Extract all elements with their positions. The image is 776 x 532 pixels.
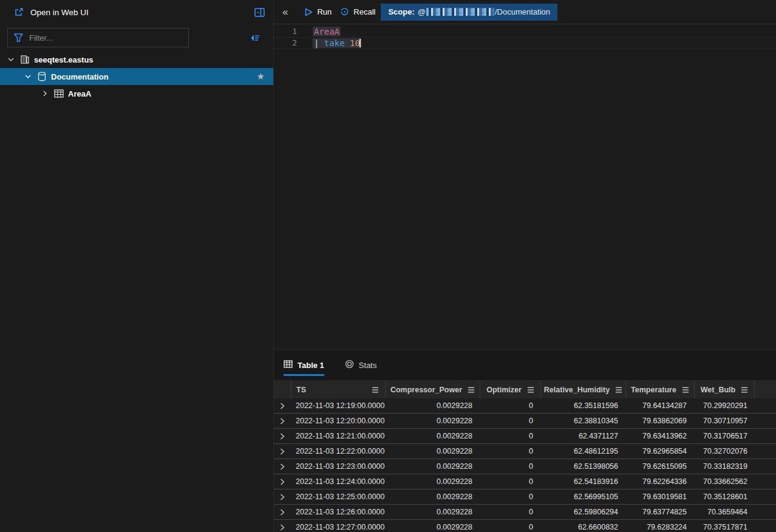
run-label: Run bbox=[317, 7, 332, 16]
query-toolbar: « Run Recall Scope: @/Documentation bbox=[274, 0, 776, 24]
run-button[interactable]: Run bbox=[305, 7, 332, 16]
code-token-tablename: AreaA bbox=[313, 27, 341, 36]
cell-compressor_power: 0.0029228 bbox=[385, 474, 480, 489]
row-expander-icon[interactable] bbox=[274, 444, 291, 459]
cell-ts: 2022-11-03 12:19:00.0000 bbox=[291, 398, 385, 413]
results-table: TSCompressor_PowerOptimizerRelative_Humi… bbox=[274, 381, 776, 532]
cell-temperature: 79.62965854 bbox=[625, 444, 694, 459]
split-editor-icon[interactable] bbox=[254, 8, 265, 17]
sidebar-header: Open in Web UI bbox=[0, 0, 273, 24]
table-row[interactable]: 2022-11-03 12:26:00.00000.0029228062.598… bbox=[274, 505, 776, 520]
chevron-right-icon[interactable] bbox=[40, 89, 50, 98]
row-expander-icon[interactable] bbox=[274, 398, 291, 413]
table-row[interactable]: 2022-11-03 12:21:00.00000.0029228062.437… bbox=[274, 429, 776, 444]
cell-compressor_power: 0.0029228 bbox=[385, 398, 480, 413]
table-row[interactable]: 2022-11-03 12:24:00.00000.0029228062.541… bbox=[274, 474, 776, 489]
collapse-panel-button[interactable]: « bbox=[282, 6, 288, 18]
cell-temperature: 79.62264336 bbox=[625, 474, 694, 489]
cell-filler bbox=[755, 459, 776, 474]
database-label: Documentation bbox=[51, 72, 109, 81]
cell-temperature: 79.6283224 bbox=[625, 520, 694, 532]
row-expander-icon[interactable] bbox=[274, 520, 291, 532]
cell-temperature: 79.63862069 bbox=[625, 414, 694, 428]
table-row[interactable]: 2022-11-03 12:23:00.00000.0029228062.513… bbox=[274, 459, 776, 474]
text-cursor bbox=[359, 39, 361, 47]
code-editor[interactable]: 1 AreaA 2 | take 10 bbox=[274, 24, 776, 349]
cell-temperature: 79.62615095 bbox=[625, 459, 694, 474]
scope-redacted-cluster bbox=[426, 8, 494, 16]
filter-list-icon[interactable] bbox=[250, 33, 260, 43]
line-number: 2 bbox=[274, 38, 301, 49]
cell-wet_bulb: 70.29920291 bbox=[694, 398, 755, 413]
table-header-row: TSCompressor_PowerOptimizerRelative_Humi… bbox=[274, 381, 776, 398]
row-expander-icon[interactable] bbox=[274, 474, 291, 489]
cell-wet_bulb: 70.35128601 bbox=[694, 489, 755, 504]
column-label: Temperature bbox=[631, 386, 676, 394]
cell-wet_bulb: 70.33182319 bbox=[694, 459, 755, 474]
column-menu-icon[interactable] bbox=[682, 387, 689, 393]
scope-badge[interactable]: Scope: @/Documentation bbox=[381, 4, 557, 21]
tab-table-1[interactable]: Table 1 bbox=[284, 350, 324, 380]
table-row[interactable]: 2022-11-03 12:20:00.00000.0029228062.388… bbox=[274, 414, 776, 429]
cell-relative_humidity: 62.54183916 bbox=[540, 474, 625, 489]
database-icon bbox=[36, 71, 47, 82]
tree-item-cluster[interactable]: seeqtest.eastus bbox=[0, 51, 273, 68]
chevron-down-icon[interactable] bbox=[6, 55, 16, 64]
cell-relative_humidity: 62.59806294 bbox=[540, 505, 625, 519]
code-token-number: 10 bbox=[350, 38, 360, 48]
sidebar: Open in Web UI Filter... bbox=[0, 0, 274, 532]
column-label: Wet_Bulb bbox=[701, 386, 735, 394]
open-in-web-ui-button[interactable]: Open in Web UI bbox=[15, 7, 89, 17]
code-token-keyword: take bbox=[324, 38, 350, 48]
chevron-down-icon[interactable] bbox=[23, 72, 33, 81]
cell-temperature: 79.64134287 bbox=[625, 398, 694, 413]
cell-filler bbox=[755, 505, 776, 519]
star-icon[interactable]: ★ bbox=[257, 71, 265, 82]
tree-item-table[interactable]: AreaA bbox=[0, 85, 273, 102]
cell-relative_humidity: 62.6600832 bbox=[540, 520, 625, 532]
table-row[interactable]: 2022-11-03 12:25:00.00000.0029228062.569… bbox=[274, 489, 776, 505]
cell-filler bbox=[755, 398, 776, 413]
column-menu-icon[interactable] bbox=[468, 387, 475, 393]
recall-button[interactable]: Recall bbox=[340, 7, 375, 16]
table-row[interactable]: 2022-11-03 12:22:00.00000.0029228062.486… bbox=[274, 444, 776, 459]
tab-stats[interactable]: Stats bbox=[345, 350, 377, 380]
cell-optimizer: 0 bbox=[480, 489, 540, 504]
filter-placeholder: Filter... bbox=[29, 33, 53, 43]
cell-wet_bulb: 70.30710957 bbox=[694, 414, 755, 428]
tree-item-database[interactable]: Documentation ★ bbox=[0, 68, 273, 85]
row-expander-icon[interactable] bbox=[274, 414, 291, 428]
column-menu-icon[interactable] bbox=[527, 387, 534, 393]
cell-filler bbox=[755, 429, 776, 443]
cluster-icon bbox=[19, 54, 30, 65]
cell-optimizer: 0 bbox=[480, 505, 540, 519]
filter-actions bbox=[195, 33, 265, 43]
table-row[interactable]: 2022-11-03 12:27:00.00000.0029228062.660… bbox=[274, 520, 776, 532]
cell-temperature: 79.63774825 bbox=[625, 505, 694, 519]
row-expander-icon[interactable] bbox=[274, 429, 291, 443]
cell-wet_bulb: 70.31706517 bbox=[694, 429, 755, 443]
column-menu-icon[interactable] bbox=[372, 387, 379, 393]
column-header-temperature[interactable]: Temperature bbox=[625, 381, 694, 398]
tab-stats-label: Stats bbox=[359, 361, 377, 370]
column-header-optimizer[interactable]: Optimizer bbox=[480, 381, 540, 398]
cell-relative_humidity: 62.4371127 bbox=[540, 429, 625, 443]
cell-compressor_power: 0.0029228 bbox=[385, 414, 480, 428]
cell-ts: 2022-11-03 12:23:00.0000 bbox=[291, 459, 385, 474]
filter-input[interactable]: Filter... bbox=[7, 28, 189, 47]
column-header-relative_humidity[interactable]: Relative_Humidity bbox=[540, 381, 625, 398]
row-expander-icon[interactable] bbox=[274, 505, 291, 519]
column-header-ts[interactable]: TS bbox=[291, 381, 385, 398]
column-menu-icon[interactable] bbox=[741, 387, 748, 393]
cell-relative_humidity: 62.51398056 bbox=[540, 459, 625, 474]
row-expander-icon[interactable] bbox=[274, 489, 291, 504]
table-row[interactable]: 2022-11-03 12:19:00.00000.0029228062.351… bbox=[274, 398, 776, 414]
row-expander-icon[interactable] bbox=[274, 459, 291, 474]
column-header-compressor_power[interactable]: Compressor_Power bbox=[385, 381, 480, 398]
code-token-pipe: | bbox=[314, 38, 324, 48]
cell-ts: 2022-11-03 12:22:00.0000 bbox=[291, 444, 385, 459]
column-header-wet_bulb[interactable]: Wet_Bulb bbox=[694, 381, 755, 398]
column-menu-icon[interactable] bbox=[615, 387, 622, 393]
external-link-icon bbox=[15, 7, 24, 17]
recall-icon bbox=[340, 7, 349, 16]
